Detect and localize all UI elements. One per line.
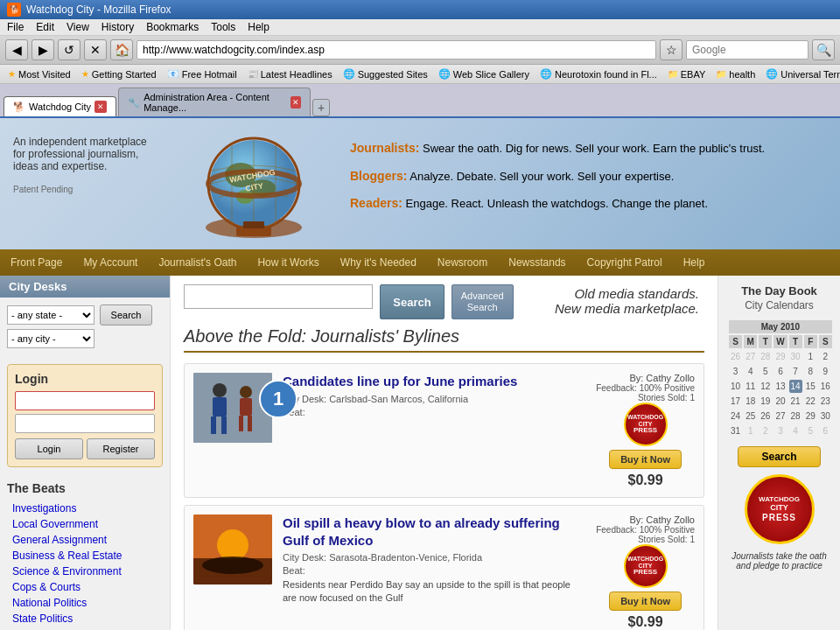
- cal-day[interactable]: 17: [729, 395, 742, 408]
- calendar-search-button[interactable]: Search: [738, 446, 821, 467]
- tab-admin[interactable]: 🔧 Administration Area - Content Manage..…: [118, 88, 311, 116]
- beats-item-business[interactable]: Business & Real Estate: [7, 548, 163, 564]
- cal-day[interactable]: 24: [729, 410, 742, 423]
- beats-item-cops[interactable]: Cops & Courts: [7, 579, 163, 595]
- cal-day[interactable]: 3: [774, 424, 787, 438]
- city-desks-search-button[interactable]: Search: [100, 304, 152, 326]
- menu-history[interactable]: History: [102, 21, 134, 33]
- cal-day[interactable]: 4: [789, 424, 802, 438]
- cal-day[interactable]: 11: [744, 380, 757, 393]
- tab-add-button[interactable]: +: [312, 99, 330, 116]
- menu-help[interactable]: Help: [248, 21, 270, 33]
- cal-day[interactable]: 7: [789, 365, 802, 378]
- forward-button[interactable]: ▶: [32, 39, 54, 60]
- cal-day[interactable]: 20: [774, 395, 787, 408]
- cal-day[interactable]: 26: [729, 350, 742, 363]
- login-button[interactable]: Login: [15, 438, 83, 459]
- beats-item-national[interactable]: National Politics: [7, 595, 163, 611]
- tab-close-admin[interactable]: ✕: [290, 96, 301, 108]
- cal-day[interactable]: 3: [729, 365, 742, 378]
- cal-day[interactable]: 23: [819, 395, 832, 408]
- cal-day[interactable]: 16: [819, 380, 832, 393]
- stop-button[interactable]: ✕: [84, 39, 107, 60]
- cal-day[interactable]: 6: [774, 365, 787, 378]
- nav-help[interactable]: Help: [673, 249, 716, 276]
- beats-item-sports[interactable]: Sports: [7, 626, 163, 630]
- cal-day[interactable]: 12: [759, 380, 772, 393]
- cal-day[interactable]: 10: [729, 380, 742, 393]
- cal-day[interactable]: 19: [759, 395, 772, 408]
- cal-day[interactable]: 22: [804, 395, 817, 408]
- star-button[interactable]: ☆: [660, 39, 682, 60]
- cal-day[interactable]: 29: [774, 350, 787, 363]
- cal-day[interactable]: 2: [819, 350, 832, 363]
- buy-button-2[interactable]: Buy it Now: [609, 592, 682, 611]
- bookmark-universal[interactable]: 🌐 Universal Terms of: [761, 66, 840, 81]
- cal-day[interactable]: 5: [804, 424, 817, 438]
- cal-day[interactable]: 26: [759, 410, 772, 423]
- bookmark-getting-started[interactable]: ★ Getting Started: [77, 67, 161, 81]
- cal-day[interactable]: 9: [819, 365, 832, 378]
- cal-day[interactable]: 1: [804, 350, 817, 363]
- cal-day[interactable]: 13: [774, 380, 787, 393]
- cal-day-today[interactable]: 14: [789, 380, 802, 393]
- main-search-button[interactable]: Search: [380, 284, 444, 319]
- menu-edit[interactable]: Edit: [36, 21, 54, 33]
- cal-day[interactable]: 31: [729, 424, 742, 438]
- cal-day[interactable]: 28: [759, 350, 772, 363]
- cal-day[interactable]: 25: [744, 410, 757, 423]
- cal-day[interactable]: 8: [804, 365, 817, 378]
- cal-day[interactable]: 4: [744, 365, 757, 378]
- cal-day[interactable]: 2: [759, 424, 772, 438]
- login-password-input[interactable]: [15, 414, 155, 433]
- menu-view[interactable]: View: [66, 21, 89, 33]
- cal-day[interactable]: 21: [789, 395, 802, 408]
- bookmark-ebay[interactable]: 📁 EBAY: [663, 67, 710, 81]
- nav-copyright[interactable]: Copyright Patrol: [577, 249, 673, 276]
- register-button[interactable]: Register: [87, 438, 155, 459]
- menu-file[interactable]: File: [7, 21, 24, 33]
- menu-bookmarks[interactable]: Bookmarks: [146, 21, 199, 33]
- state-select[interactable]: - any state -: [7, 305, 94, 325]
- bookmark-health[interactable]: 📁 health: [711, 67, 760, 81]
- cal-day[interactable]: 15: [804, 380, 817, 393]
- address-bar[interactable]: [136, 40, 656, 60]
- bookmark-webslice[interactable]: 🌐 Web Slice Gallery: [434, 66, 534, 81]
- browser-search-button[interactable]: 🔍: [812, 39, 835, 60]
- beats-item-local-gov[interactable]: Local Government: [7, 516, 163, 532]
- bookmark-suggested[interactable]: 🌐 Suggested Sites: [339, 66, 432, 81]
- bookmark-most-visited[interactable]: ★ Most Visited: [4, 67, 75, 81]
- nav-newsroom[interactable]: Newsroom: [427, 249, 498, 276]
- bookmark-headlines[interactable]: 📰 Latest Headlines: [243, 67, 337, 81]
- cal-day[interactable]: 18: [744, 395, 757, 408]
- nav-newsstands[interactable]: Newsstands: [498, 249, 576, 276]
- nav-how-it-works[interactable]: How it Works: [247, 249, 329, 276]
- tab-watchdog-city[interactable]: 🐕 Watchdog City ✕: [4, 96, 116, 116]
- login-username-input[interactable]: [15, 391, 155, 410]
- bookmark-neurotoxin[interactable]: 🌐 Neurotoxin found in Fl...: [536, 66, 662, 81]
- beats-item-state[interactable]: State Politics: [7, 611, 163, 626]
- nav-my-account[interactable]: My Account: [73, 249, 148, 276]
- bookmark-hotmail[interactable]: 📧 Free Hotmail: [163, 66, 242, 81]
- back-button[interactable]: ◀: [5, 39, 28, 60]
- cal-day[interactable]: 27: [744, 350, 757, 363]
- cal-day[interactable]: 5: [759, 365, 772, 378]
- beats-item-science[interactable]: Science & Environment: [7, 564, 163, 579]
- cal-day[interactable]: 6: [819, 424, 832, 438]
- cal-day[interactable]: 28: [789, 410, 802, 423]
- home-button[interactable]: 🏠: [110, 39, 133, 60]
- nav-why-needed[interactable]: Why it's Needed: [330, 249, 427, 276]
- main-search-input[interactable]: [184, 284, 373, 309]
- cal-day[interactable]: 27: [774, 410, 787, 423]
- beats-item-investigations[interactable]: Investigations: [7, 500, 163, 516]
- article-title-1[interactable]: Candidates line up for June primaries: [283, 373, 585, 390]
- nav-oath[interactable]: Journalist's Oath: [148, 249, 247, 276]
- refresh-button[interactable]: ↺: [58, 39, 80, 60]
- tab-close-watchdog[interactable]: ✕: [94, 101, 107, 113]
- cal-day[interactable]: 30: [789, 350, 802, 363]
- buy-button-1[interactable]: Buy it Now: [609, 450, 682, 469]
- cal-day[interactable]: 30: [819, 410, 832, 423]
- advanced-search-button[interactable]: AdvancedSearch: [452, 284, 514, 319]
- article-title-2[interactable]: Oil spill a heavy blow to an already suf…: [283, 514, 585, 549]
- nav-front-page[interactable]: Front Page: [0, 249, 73, 276]
